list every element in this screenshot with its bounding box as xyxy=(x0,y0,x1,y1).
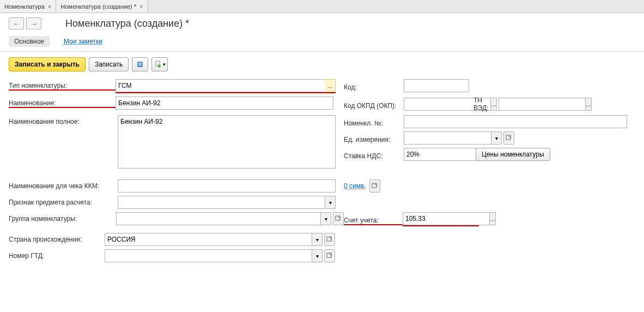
tab-label: Номенклатура (создание) * xyxy=(60,3,136,10)
svg-rect-3 xyxy=(138,65,142,65)
toolbar: Записать и закрыть Записать ▾ xyxy=(0,52,644,77)
svg-rect-10 xyxy=(327,253,331,257)
gtd-dropdown-button[interactable]: ▾ xyxy=(312,249,323,262)
account-input[interactable] xyxy=(403,212,489,225)
subtab-main[interactable]: Основное xyxy=(9,36,50,47)
label-kkm: Наименование для чека ККМ: xyxy=(9,179,118,190)
list-button[interactable] xyxy=(132,57,148,71)
label-type: Тип номенклатуры: xyxy=(9,79,116,91)
label-account: Счет учета: xyxy=(344,214,403,225)
close-icon[interactable]: × xyxy=(48,3,51,10)
calc-subject-input[interactable] xyxy=(118,196,325,209)
origin-country-input[interactable] xyxy=(105,233,312,246)
origin-open-button[interactable] xyxy=(324,233,335,246)
open-icon xyxy=(326,252,333,260)
page-title: Номенклатура (создание) * xyxy=(65,18,189,29)
gtd-input[interactable] xyxy=(105,249,312,262)
account-select-button[interactable]: … xyxy=(489,212,496,225)
code-input[interactable] xyxy=(404,79,469,92)
back-button[interactable]: ← xyxy=(9,17,24,29)
svg-rect-1 xyxy=(138,63,142,63)
file-icon xyxy=(154,61,162,68)
chevron-down-icon: ▾ xyxy=(163,62,166,67)
calc-subject-dropdown-button[interactable]: ▾ xyxy=(325,196,336,209)
tab-label: Номенклатура xyxy=(4,3,45,10)
unit-open-button[interactable] xyxy=(503,131,514,145)
type-input[interactable] xyxy=(116,79,325,92)
forward-button[interactable]: → xyxy=(26,17,41,29)
char-count-link[interactable]: 0 симв. xyxy=(344,182,366,190)
label-tnved: ТН ВЭД: xyxy=(469,97,499,112)
label-calc-subject: Признак предмета расчета: xyxy=(9,196,118,206)
label-origin: Страна происхождения: xyxy=(9,233,105,243)
kkm-open-button[interactable] xyxy=(369,179,380,193)
label-group: Группа номенклатуры: xyxy=(9,212,116,223)
unit-input[interactable] xyxy=(404,131,491,145)
type-select-button[interactable]: … xyxy=(325,79,336,92)
subtab-notes[interactable]: Мои заметки xyxy=(58,36,108,47)
attach-button[interactable]: ▾ xyxy=(151,57,168,71)
list-icon xyxy=(136,61,144,68)
close-icon[interactable]: × xyxy=(139,3,143,10)
nomenkl-no-input[interactable] xyxy=(404,115,627,128)
tab-nomenclature[interactable]: Номенклатура × xyxy=(0,0,56,13)
label-gtd: Номер ГТД: xyxy=(9,249,105,260)
tab-nomenclature-create[interactable]: Номенклатура (создание) * × xyxy=(56,0,148,13)
open-icon xyxy=(326,236,333,243)
tab-bar: Номенклатура × Номенклатура (создание) *… xyxy=(0,0,644,13)
save-button[interactable]: Записать xyxy=(89,57,129,71)
full-name-input[interactable] xyxy=(118,115,336,169)
svg-rect-8 xyxy=(336,216,340,220)
group-input[interactable] xyxy=(116,212,320,225)
form-area: Тип номенклатуры: … Код: Наименование: К… xyxy=(0,77,644,268)
svg-point-5 xyxy=(157,64,161,68)
svg-rect-7 xyxy=(372,183,376,188)
kkm-name-input[interactable] xyxy=(118,179,336,193)
label-vat: Ставка НДС: xyxy=(344,149,404,160)
group-open-button[interactable] xyxy=(333,212,344,225)
label-nomenkl-no: Номенкл. №: xyxy=(344,117,404,127)
svg-rect-6 xyxy=(506,135,511,140)
unit-dropdown-button[interactable]: ▾ xyxy=(491,131,502,145)
sub-tabs: Основное Мои заметки xyxy=(0,34,644,52)
open-icon xyxy=(335,215,342,223)
tnved-select-button[interactable]: … xyxy=(585,98,592,111)
gtd-open-button[interactable] xyxy=(324,249,335,262)
prices-button[interactable]: Цены номенклатуры xyxy=(476,148,550,161)
label-name: Наименование: xyxy=(9,97,116,108)
label-full-name: Наименование полное: xyxy=(9,115,118,125)
label-code: Код: xyxy=(344,81,404,91)
label-unit: Ед. измерения: xyxy=(344,133,404,143)
group-dropdown-button[interactable]: ▾ xyxy=(320,212,331,225)
nav-row: ← → Номенклатура (создание) * xyxy=(0,13,644,34)
svg-rect-9 xyxy=(327,237,331,241)
open-icon xyxy=(371,182,379,190)
name-input[interactable] xyxy=(116,97,333,110)
origin-dropdown-button[interactable]: ▾ xyxy=(312,233,323,246)
svg-rect-2 xyxy=(138,64,142,64)
open-icon xyxy=(505,134,513,142)
label-okpd: Код ОКПД (ОКП): xyxy=(344,99,404,110)
tnved-input[interactable] xyxy=(499,98,585,111)
save-close-button[interactable]: Записать и закрыть xyxy=(9,57,86,71)
